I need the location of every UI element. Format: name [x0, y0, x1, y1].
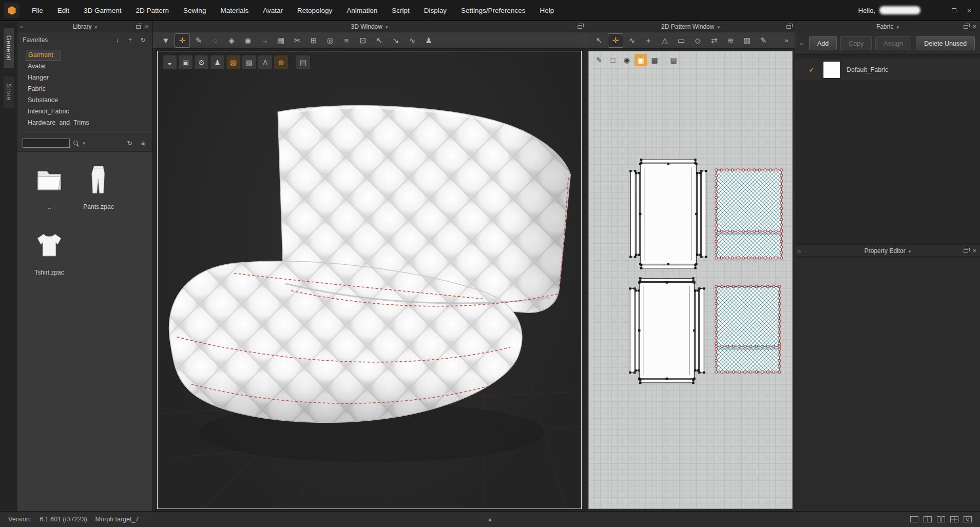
- pattern-piece-seat-main[interactable]: [629, 159, 707, 269]
- cut-tool-icon[interactable]: ✂: [290, 33, 305, 48]
- file-item--[interactable]: ..: [25, 160, 74, 210]
- 2d-pattern-canvas[interactable]: ✎□◉▣▦▤: [588, 51, 793, 509]
- float-panel-icon[interactable]: [964, 25, 968, 29]
- side-tab-store[interactable]: Store: [4, 76, 14, 108]
- expand-panel-arrow-icon[interactable]: »: [798, 248, 801, 254]
- walkthrough-tool-icon[interactable]: ♟: [421, 33, 436, 48]
- library-item-fabric[interactable]: Fabric: [26, 83, 152, 94]
- show-fit-suit-icon[interactable]: ♙: [258, 55, 272, 69]
- show-fabric-icon[interactable]: ▨: [226, 55, 240, 69]
- username-blurred[interactable]: [879, 6, 920, 14]
- copy-button[interactable]: Copy: [840, 36, 872, 50]
- menu-file[interactable]: File: [25, 0, 50, 21]
- dart-tool-icon[interactable]: ◇: [690, 33, 705, 48]
- lower-tool-icon[interactable]: ↘: [388, 33, 403, 48]
- viewport-layout-columns-icon[interactable]: [937, 516, 945, 522]
- fitting-tool-icon[interactable]: ◈: [224, 33, 239, 48]
- fabric-row[interactable]: ✓Default_Fabric: [795, 59, 980, 81]
- pattern-piece-back-main[interactable]: [629, 277, 705, 384]
- measure-box-tool-icon[interactable]: ⊞: [306, 33, 321, 48]
- show-pattern-icon[interactable]: □: [607, 54, 619, 66]
- quilted-garment-3d[interactable]: [158, 51, 581, 509]
- sew-free-tool-icon[interactable]: ≋: [723, 33, 738, 48]
- chevron-down-icon[interactable]: ▾: [95, 25, 98, 30]
- viewport-layout-split-icon[interactable]: [924, 516, 932, 522]
- library-item-substance[interactable]: Substance: [26, 94, 152, 106]
- show-garment-icon[interactable]: ▣: [179, 55, 193, 69]
- assign-button[interactable]: Assign: [875, 36, 911, 50]
- dock-arrow-icon[interactable]: »: [20, 24, 23, 30]
- float-panel-icon[interactable]: [578, 25, 582, 29]
- menu-edit[interactable]: Edit: [50, 0, 76, 21]
- show-avatar-icon[interactable]: ♟: [210, 55, 224, 69]
- delete-unused-button[interactable]: Delete Unused: [916, 36, 975, 50]
- smooth-tool-icon[interactable]: ∿: [405, 33, 420, 48]
- edit-texture-tool-icon[interactable]: ▨: [739, 33, 755, 48]
- more-tools-icon[interactable]: »: [785, 36, 790, 44]
- menu-2d-pattern[interactable]: 2D Pattern: [129, 0, 177, 21]
- transform-pattern-tool-icon[interactable]: ✛: [608, 33, 623, 48]
- chevron-down-icon[interactable]: ▾: [386, 25, 388, 30]
- file-item-pants-zpac[interactable]: Pants.zpac: [74, 160, 123, 210]
- edit-curvature-tool-icon[interactable]: ∿: [624, 33, 640, 48]
- pattern-piece-seat-quilted[interactable]: [715, 169, 783, 259]
- chevron-down-icon[interactable]: ▾: [896, 25, 899, 30]
- add-button[interactable]: Add: [809, 36, 837, 50]
- chevron-down-icon[interactable]: ▾: [717, 25, 720, 30]
- menu-help[interactable]: Help: [532, 0, 561, 21]
- menu-avatar[interactable]: Avatar: [256, 0, 290, 21]
- create-polygon-tool-icon[interactable]: △: [657, 33, 672, 48]
- float-panel-icon[interactable]: [136, 25, 141, 29]
- menu-3d-garment[interactable]: 3D Garment: [76, 0, 129, 21]
- expand-panel-arrow-icon[interactable]: »: [797, 41, 805, 47]
- render-style-icon[interactable]: ◒: [163, 55, 177, 69]
- float-panel-icon[interactable]: [964, 249, 968, 253]
- circle-measure-tool-icon[interactable]: ◎: [322, 33, 338, 48]
- expand-timeline-button[interactable]: ▲: [487, 516, 493, 522]
- menu-materials[interactable]: Materials: [213, 0, 256, 21]
- sew-segment-tool-icon[interactable]: ⇄: [706, 33, 722, 48]
- show-texture-map-icon[interactable]: ⊕: [274, 55, 288, 69]
- add-point-tool-icon[interactable]: +: [641, 33, 656, 48]
- search-filter-caret-icon[interactable]: ▾: [83, 141, 85, 146]
- tape-tool-icon[interactable]: ≡: [339, 33, 354, 48]
- library-item-interior-fabric[interactable]: Interior_Fabric: [26, 106, 152, 117]
- press-icon[interactable]: ▤: [667, 54, 680, 66]
- refresh-favorites-icon[interactable]: ↻: [139, 36, 147, 45]
- menu-animation[interactable]: Animation: [339, 0, 385, 21]
- select-mesh-tool-icon[interactable]: ✎: [191, 33, 206, 48]
- minimize-button[interactable]: —: [931, 5, 946, 16]
- close-button[interactable]: ×: [962, 5, 977, 16]
- library-item-avatar[interactable]: Avatar: [26, 61, 152, 72]
- side-tab-general[interactable]: General: [4, 28, 14, 68]
- pattern-annotation-tool-icon[interactable]: ✎: [756, 33, 771, 48]
- close-panel-icon[interactable]: ×: [972, 23, 976, 30]
- close-panel-icon[interactable]: ×: [972, 247, 976, 254]
- menu-script[interactable]: Script: [385, 0, 417, 21]
- select-move-tool-icon[interactable]: ✛: [175, 33, 190, 48]
- viewport-layout-custom-icon[interactable]: [964, 516, 972, 522]
- drag-sew-tool-icon[interactable]: →: [257, 33, 272, 48]
- search-icon[interactable]: [73, 141, 79, 146]
- add-favorite-icon[interactable]: +: [126, 36, 134, 45]
- flatten-tool-icon[interactable]: ⊡: [355, 33, 371, 48]
- show-grid-icon[interactable]: ▦: [648, 54, 661, 66]
- menu-sewing[interactable]: Sewing: [176, 0, 213, 21]
- library-item-hanger[interactable]: Hanger: [26, 72, 152, 83]
- show-fabric-icon[interactable]: ▣: [635, 54, 647, 66]
- view-mode-icon[interactable]: ≡: [139, 139, 147, 148]
- search-input[interactable]: [23, 139, 70, 148]
- close-panel-icon[interactable]: ×: [145, 23, 149, 30]
- menu-settings-preferences[interactable]: Settings/Preferences: [454, 0, 532, 21]
- library-item-hardware-and-trims[interactable]: Hardware_and_Trims: [26, 117, 152, 128]
- chevron-down-icon[interactable]: ▾: [909, 249, 911, 254]
- create-rectangle-tool-icon[interactable]: ▭: [674, 33, 689, 48]
- file-item-tshirt-zpac[interactable]: Tshirt.zpac: [25, 226, 74, 276]
- show-internal-lines-icon[interactable]: ▧: [242, 55, 256, 69]
- raise-tool-icon[interactable]: ↖: [372, 33, 387, 48]
- viewport-layout-quad-icon[interactable]: [950, 516, 958, 522]
- simulation-property-icon[interactable]: ⚙: [195, 55, 208, 69]
- check-icon[interactable]: ✓: [809, 66, 817, 74]
- select-lasso-tool-icon[interactable]: ◌: [207, 33, 223, 48]
- menu-retopology[interactable]: Retopology: [290, 0, 339, 21]
